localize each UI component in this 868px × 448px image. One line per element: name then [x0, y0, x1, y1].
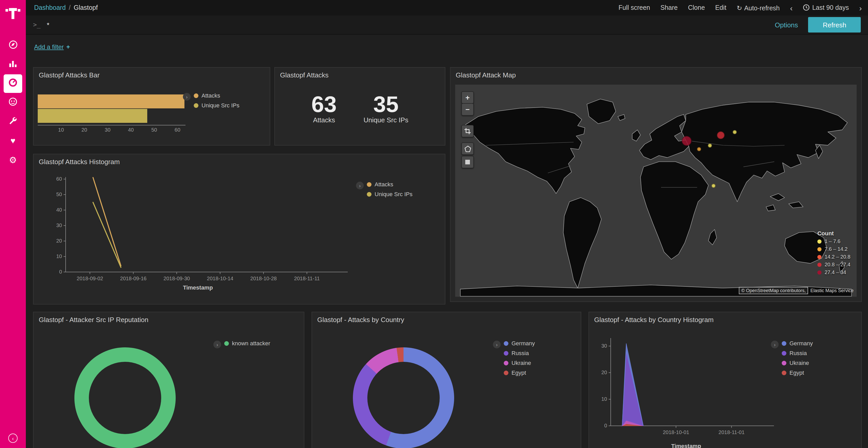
refresh-button[interactable]: Refresh	[808, 17, 861, 33]
svg-text:60: 60	[56, 176, 62, 182]
auto-refresh-button[interactable]: ↻Auto-refresh	[737, 4, 780, 12]
attack-map-marker[interactable]	[733, 130, 737, 134]
legend-toggle-icon[interactable]: ›	[493, 341, 501, 348]
legend-item[interactable]: Egypt	[504, 370, 535, 376]
metric-label: Unique Src IPs	[364, 116, 408, 124]
legend-label: 14.2 – 20.8	[825, 254, 850, 260]
metric-value: 35	[364, 92, 408, 116]
svg-text:2018-09-16: 2018-09-16	[120, 276, 147, 281]
options-link[interactable]: Options	[775, 21, 798, 29]
polygon-icon	[464, 145, 471, 152]
heart-icon: ♥	[10, 137, 16, 145]
add-filter-link[interactable]: Add a filter	[34, 43, 64, 50]
dashboard-grid: Glastopf Attacks Bar 102030405060 › Atta…	[26, 59, 868, 448]
time-range-picker[interactable]: Last 90 days	[803, 4, 849, 11]
legend-items: GermanyRussiaUkraineEgypt	[782, 340, 813, 376]
share-button[interactable]: Share	[660, 4, 678, 11]
legend-item[interactable]: Germany	[504, 340, 535, 346]
full-screen-button[interactable]: Full screen	[618, 4, 650, 11]
legend-item[interactable]: 20.8 – 27.4	[817, 262, 850, 267]
legend-item[interactable]: Russia	[782, 350, 813, 356]
legend-label: Germany	[789, 340, 813, 346]
legend-toggle-icon[interactable]: ›	[356, 182, 364, 189]
sidebar-item-management[interactable]: ⚙	[4, 151, 22, 169]
search-input[interactable]: *	[47, 21, 765, 29]
legend-dot-icon	[224, 341, 229, 346]
legend-dot-icon	[817, 239, 822, 243]
bar-attacks[interactable]	[38, 95, 184, 108]
legend-item[interactable]: 14.2 – 20.8	[817, 254, 850, 260]
legend-item[interactable]: 27.4 – 34	[817, 269, 850, 275]
sidebar-item-dashboard[interactable]	[4, 74, 22, 93]
draw-polygon-button[interactable]	[461, 142, 474, 155]
crop-icon	[464, 128, 471, 134]
legend-items: GermanyRussiaUkraineEgypt	[504, 340, 535, 376]
world-attack-map[interactable]: + − Count 1 – 7.67.6 – 14.214.2 – 20.820…	[455, 84, 857, 297]
edit-button[interactable]: Edit	[715, 4, 726, 11]
panel-attacks-by-country: Glastopf - Attacks by Country › GermanyR…	[312, 312, 581, 448]
legend-item[interactable]: Germany	[782, 340, 813, 346]
draw-rectangle-button[interactable]	[461, 156, 474, 168]
clone-button[interactable]: Clone	[688, 4, 705, 11]
sidebar-item-monitoring[interactable]: ♥	[4, 132, 22, 150]
map-attribution: © OpenStreetMap contributors, Elastic Ma…	[739, 287, 854, 294]
svg-text:2018-11-11: 2018-11-11	[294, 276, 319, 281]
attack-map-marker[interactable]	[681, 136, 691, 146]
legend-item[interactable]: 1 – 7.6	[817, 238, 850, 244]
legend-dot-icon	[504, 360, 508, 365]
legend-toggle-icon[interactable]: ›	[183, 93, 191, 101]
svg-text:2018-10-01: 2018-10-01	[663, 429, 689, 435]
legend-item[interactable]: known attacker	[224, 340, 270, 346]
sidebar-collapse-button[interactable]: ‹	[8, 434, 18, 443]
x-axis-title: Timestamp	[593, 443, 779, 448]
area-chart: 30201002018-10-012018-11-01	[593, 334, 779, 442]
reputation-donut-chart[interactable]	[74, 347, 176, 448]
time-back-chevron[interactable]: ‹	[790, 3, 793, 12]
x-tick-label: 30	[104, 127, 110, 133]
bar-unique-src-ips[interactable]	[38, 109, 147, 123]
legend-item[interactable]: Attacks	[194, 92, 240, 99]
attack-map-marker[interactable]	[708, 143, 712, 147]
zoom-in-button[interactable]: +	[461, 91, 474, 104]
legend-toggle-icon[interactable]: ›	[213, 341, 221, 348]
line-chart: 60504030201002018-09-022018-09-162018-09…	[42, 175, 354, 283]
legend-item[interactable]: Russia	[504, 350, 535, 356]
legend-dot-icon	[367, 192, 371, 196]
plus-icon[interactable]: +	[66, 43, 70, 50]
legend-label: Ukraine	[512, 360, 531, 366]
map-legend-title: Count	[817, 230, 850, 236]
attack-map-marker[interactable]	[717, 131, 725, 139]
rectangle-icon	[464, 159, 471, 165]
country-donut-chart[interactable]	[353, 347, 454, 448]
breadcrumb-dashboard-link[interactable]: Dashboard	[34, 4, 66, 11]
sidebar-item-timelion[interactable]	[4, 94, 22, 112]
openstreetmap-attribution[interactable]: © OpenStreetMap contributors,	[739, 287, 808, 294]
legend-toggle-icon[interactable]: ›	[771, 341, 779, 348]
sidebar-item-dev-tools[interactable]	[4, 112, 22, 131]
time-forward-chevron[interactable]: ›	[859, 3, 862, 12]
legend-item[interactable]: Ukraine	[782, 360, 813, 366]
legend-item[interactable]: 7.6 – 14.2	[817, 246, 850, 252]
svg-text:2018-10-28: 2018-10-28	[250, 276, 277, 281]
map-legend-items: 1 – 7.67.6 – 14.214.2 – 20.820.8 – 27.42…	[817, 238, 850, 275]
bar-chart-icon	[8, 59, 18, 70]
sidebar-item-discover[interactable]	[4, 36, 22, 55]
zoom-out-button[interactable]: −	[461, 103, 474, 115]
elastic-maps-attribution[interactable]: Elastic Maps Service	[810, 288, 854, 293]
legend-item[interactable]: Ukraine	[504, 360, 535, 366]
panel-attack-map: Glastopf Attack Map	[450, 67, 862, 302]
svg-text:2018-09-30: 2018-09-30	[163, 276, 190, 281]
legend-dot-icon	[367, 182, 371, 186]
legend-item[interactable]: Unique Src IPs	[194, 102, 240, 108]
legend-item[interactable]: Unique Src IPs	[367, 191, 412, 197]
legend-items: AttacksUnique Src IPs	[194, 92, 240, 108]
x-tick-label: 10	[58, 127, 64, 133]
legend-item[interactable]: Attacks	[367, 181, 412, 187]
attack-map-marker[interactable]	[711, 184, 715, 188]
panel-attacks-bar: Glastopf Attacks Bar 102030405060 › Atta…	[33, 67, 270, 145]
sidebar-item-visualize[interactable]	[4, 55, 22, 74]
attack-map-marker[interactable]	[697, 147, 702, 151]
legend-item[interactable]: Egypt	[782, 370, 813, 376]
fit-bounds-button[interactable]	[461, 125, 474, 137]
legend-dot-icon	[504, 370, 508, 375]
